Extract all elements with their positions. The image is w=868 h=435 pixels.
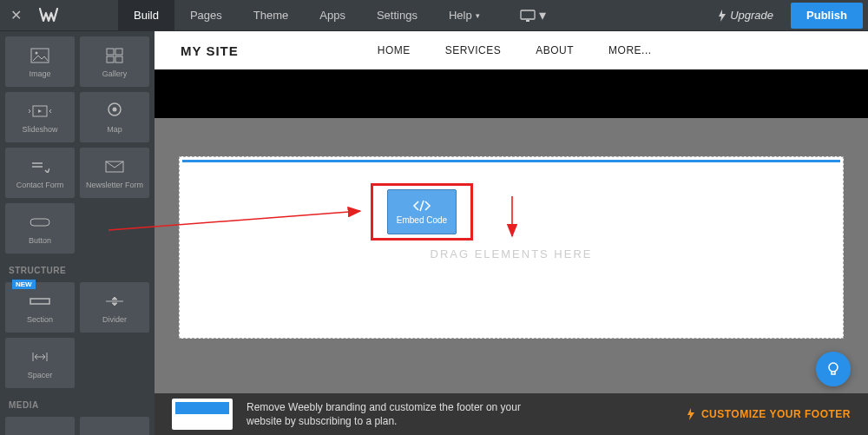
- upsell-text: Remove Weebly branding and customize the…: [247, 400, 686, 428]
- slideshow-icon: [29, 101, 51, 122]
- nav-more[interactable]: MORE...: [608, 44, 652, 56]
- page-body: DRAG ELEMENTS HERE Embed Code: [155, 118, 868, 393]
- gallery-icon: [106, 45, 123, 66]
- form-icon: [30, 156, 49, 177]
- section-icon: [30, 291, 50, 312]
- tile-gallery[interactable]: Gallery: [80, 36, 149, 87]
- site-title[interactable]: MY SITE: [181, 43, 239, 58]
- footer-upsell: Remove Weebly branding and customize the…: [155, 393, 868, 435]
- image-icon: [30, 45, 49, 66]
- site-nav: HOME SERVICES ABOUT MORE...: [378, 44, 652, 56]
- svg-point-17: [829, 363, 838, 372]
- footer-thumb: [172, 399, 233, 430]
- audio-icon: [104, 432, 125, 435]
- section-structure: STRUCTURE: [0, 259, 155, 277]
- help-bubble[interactable]: [816, 352, 851, 386]
- tile-section[interactable]: NEW Section: [5, 282, 75, 333]
- drop-indicator: [182, 160, 840, 162]
- tile-button[interactable]: Button: [5, 203, 75, 254]
- upgrade-link[interactable]: Upgrade: [704, 9, 787, 22]
- svg-rect-4: [107, 49, 114, 55]
- tile-slideshow[interactable]: Slideshow: [5, 92, 75, 142]
- tile-media-1[interactable]: [5, 417, 75, 435]
- new-badge: NEW: [12, 280, 36, 289]
- nav-tabs: Build Pages Theme Apps Settings Help▾ ▾: [118, 0, 555, 31]
- nav-home[interactable]: HOME: [378, 44, 411, 56]
- tab-pages[interactable]: Pages: [174, 0, 238, 31]
- tile-media-2[interactable]: [80, 417, 149, 435]
- svg-rect-0: [521, 10, 535, 19]
- close-icon[interactable]: ✕: [0, 7, 31, 23]
- site-header: MY SITE HOME SERVICES ABOUT MORE...: [155, 31, 868, 69]
- tile-divider[interactable]: Divider: [80, 282, 149, 333]
- svg-rect-6: [107, 56, 114, 63]
- tile-contact-form[interactable]: Contact Form: [5, 148, 75, 198]
- tab-build[interactable]: Build: [118, 0, 174, 31]
- tile-spacer[interactable]: Spacer: [5, 338, 75, 388]
- hero-black-bar: [155, 69, 868, 118]
- tab-apps[interactable]: Apps: [304, 0, 361, 31]
- svg-point-3: [36, 52, 38, 55]
- svg-rect-12: [30, 219, 49, 226]
- svg-rect-7: [115, 56, 122, 63]
- tile-newsletter[interactable]: Newsletter Form: [80, 148, 149, 198]
- customize-footer-button[interactable]: CUSTOMIZE YOUR FOOTER: [686, 408, 851, 420]
- publish-button[interactable]: Publish: [791, 3, 863, 29]
- tab-theme[interactable]: Theme: [238, 0, 304, 31]
- divider-icon: [105, 291, 124, 312]
- nav-about[interactable]: ABOUT: [536, 44, 574, 56]
- drop-placeholder: DRAG ELEMENTS HERE: [431, 247, 593, 260]
- section-media: MEDIA: [0, 393, 155, 412]
- tile-map[interactable]: Map: [80, 92, 149, 142]
- code-icon: [412, 200, 431, 212]
- canvas: MY SITE HOME SERVICES ABOUT MORE... DRAG…: [155, 31, 868, 393]
- envelope-icon: [105, 156, 124, 177]
- button-icon: [30, 212, 50, 233]
- svg-point-10: [113, 108, 117, 112]
- weebly-logo[interactable]: [31, 0, 66, 31]
- tab-help[interactable]: Help▾: [433, 0, 496, 31]
- svg-rect-5: [115, 49, 122, 55]
- svg-rect-13: [30, 299, 49, 304]
- drop-zone[interactable]: DRAG ELEMENTS HERE Embed Code: [179, 156, 844, 339]
- tab-settings[interactable]: Settings: [361, 0, 433, 31]
- svg-rect-1: [526, 20, 529, 22]
- spacer-icon: [30, 346, 50, 367]
- bolt-icon: [686, 408, 696, 420]
- device-switcher[interactable]: ▾: [511, 0, 555, 31]
- map-icon: [107, 101, 122, 122]
- lightbulb-icon: [825, 361, 841, 377]
- topbar: ✕ Build Pages Theme Apps Settings Help▾ …: [0, 0, 868, 31]
- sidebar: Image Gallery Slideshow Map Contact Form…: [0, 31, 155, 435]
- hd-video-icon: [29, 432, 51, 435]
- tile-image[interactable]: Image: [5, 36, 75, 87]
- embed-code-dragging[interactable]: Embed Code: [371, 183, 473, 241]
- nav-services[interactable]: SERVICES: [445, 44, 501, 56]
